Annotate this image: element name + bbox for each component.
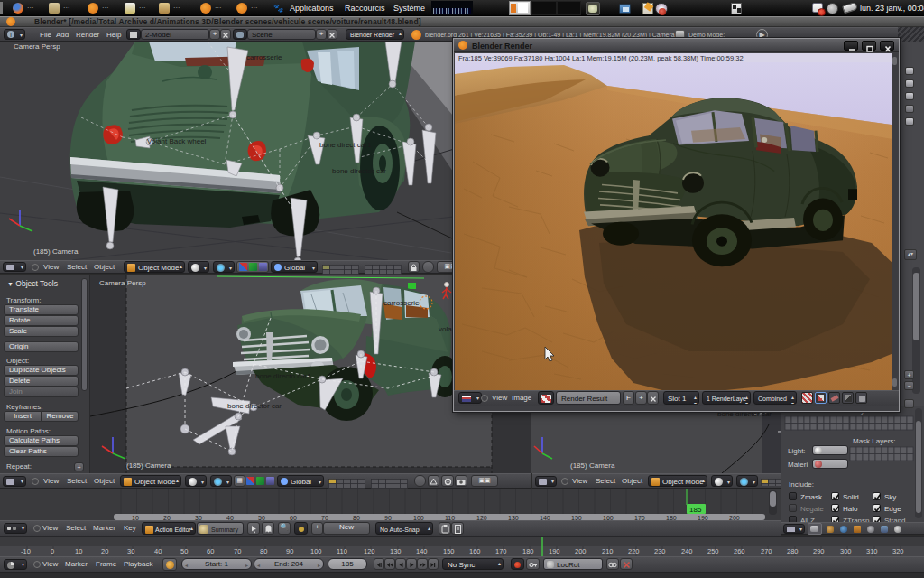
svg-text:bone director car: bone director car — [332, 167, 386, 175]
svg-text:carrosserie: carrosserie — [246, 53, 282, 61]
svg-text:40: 40 — [154, 547, 162, 555]
svg-text:20: 20 — [101, 547, 108, 555]
svg-text:bone director car: bone director car — [227, 402, 282, 410]
svg-text:140: 140 — [416, 547, 428, 555]
svg-text:50: 50 — [180, 547, 188, 555]
svg-text:180: 180 — [522, 547, 534, 555]
svg-text:80: 80 — [260, 547, 267, 555]
svg-text:bone direct car1: bone direct car1 — [319, 141, 372, 149]
svg-text:-10: -10 — [21, 547, 31, 555]
svg-text:320: 320 — [892, 547, 904, 555]
svg-text:150: 150 — [443, 547, 455, 555]
svg-text:185: 185 — [689, 506, 702, 514]
svg-text:10: 10 — [75, 547, 82, 555]
svg-text:270: 270 — [761, 547, 772, 555]
svg-text:210: 210 — [602, 547, 614, 555]
svg-text:60: 60 — [207, 547, 214, 555]
svg-text:bone directo car1: bone directo car1 — [255, 372, 311, 380]
svg-text:100: 100 — [310, 547, 322, 555]
svg-text:200: 200 — [575, 547, 587, 555]
svg-text:190: 190 — [549, 547, 560, 555]
svg-text:30: 30 — [127, 547, 134, 555]
svg-text:250: 250 — [707, 547, 719, 555]
svg-text:0: 0 — [51, 547, 54, 555]
svg-text:110: 110 — [337, 547, 347, 555]
svg-text:Camera Persp: Camera Persp — [14, 42, 60, 51]
svg-text:70: 70 — [234, 547, 241, 555]
svg-text:290: 290 — [813, 547, 825, 555]
svg-text:130: 130 — [390, 547, 402, 555]
svg-text:170: 170 — [495, 547, 507, 555]
svg-text:Volant Back wheel: Volant Back wheel — [147, 137, 207, 145]
svg-text:310: 310 — [866, 547, 878, 555]
svg-text:280: 280 — [787, 547, 799, 555]
svg-text:90: 90 — [286, 547, 293, 555]
svg-text:160: 160 — [469, 547, 481, 555]
svg-text:120: 120 — [364, 547, 375, 555]
svg-text:(185) Camera: (185) Camera — [33, 247, 79, 256]
svg-text:300: 300 — [840, 547, 852, 555]
svg-text:Camera Persp: Camera Persp — [99, 279, 146, 287]
svg-text:carrosserie: carrosserie — [383, 299, 420, 307]
svg-text:220: 220 — [628, 547, 640, 555]
svg-text:240: 240 — [681, 547, 693, 555]
svg-text:260: 260 — [734, 547, 745, 555]
svg-text:(185) Camera: (185) Camera — [570, 461, 615, 470]
svg-text:Fra:185 Ve:39069 Fa:37180 Ha:: Fra:185 Ve:39069 Fa:37180 Ha:1004 La:1 M… — [458, 54, 744, 62]
svg-text:(185) Camera: (185) Camera — [126, 461, 171, 470]
svg-text:230: 230 — [654, 547, 666, 555]
